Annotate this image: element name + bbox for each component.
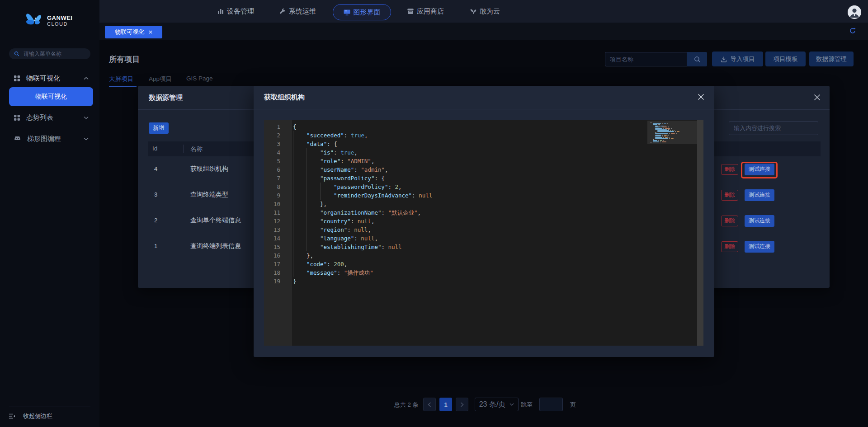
- page-number-current[interactable]: 1: [439, 398, 452, 411]
- delete-button[interactable]: 删除: [721, 241, 738, 252]
- line-number-gutter: 12345678910111213141516171819: [264, 120, 292, 346]
- active-tab-underline: [109, 86, 137, 87]
- minimap-content: [647, 121, 697, 144]
- code-lines: {"succeeded": true,"data": {"is": true,"…: [293, 122, 645, 286]
- tab-app-projects[interactable]: App项目: [149, 75, 172, 83]
- add-datasource-button[interactable]: 新增: [149, 122, 169, 134]
- topnav-item-system-ops[interactable]: 系统运维: [279, 0, 316, 23]
- close-icon[interactable]: [698, 94, 704, 100]
- chevron-down-icon: [84, 116, 89, 119]
- row-actions: 删除 测试连接: [721, 208, 825, 234]
- plc-icon: [14, 136, 21, 141]
- code-modal-title: 获取组织机构: [264, 93, 305, 102]
- page-title: 所有项目: [109, 54, 140, 65]
- page-size-select[interactable]: 23 条/页: [475, 398, 519, 411]
- sidebar-group-ladder-programming[interactable]: 梯形图编程: [0, 132, 99, 145]
- grid-icon: [14, 75, 20, 81]
- refresh-icon[interactable]: [849, 28, 856, 34]
- datasource-modal-title: 数据源管理: [149, 94, 183, 102]
- collapse-sidebar-button[interactable]: 收起侧边栏: [9, 412, 52, 420]
- page-unit-label: 页: [570, 401, 576, 414]
- project-search-input[interactable]: [605, 56, 683, 63]
- sidebar-group-label: 梯形图编程: [27, 135, 61, 143]
- store-icon: [407, 8, 414, 14]
- topnav-item-devices[interactable]: 设备管理: [217, 0, 254, 23]
- jump-page-input[interactable]: [539, 398, 563, 411]
- user-avatar[interactable]: [848, 5, 861, 19]
- organization-response-modal: 获取组织机构 12345678910111213141516171819 {"s…: [254, 86, 714, 357]
- gutter-numbers: 12345678910111213141516171819: [264, 120, 292, 286]
- datasource-search[interactable]: [729, 122, 818, 135]
- row-actions: 删除 测试连接: [721, 182, 825, 208]
- column-divider: [183, 145, 184, 153]
- search-icon: [694, 56, 701, 63]
- chevron-down-icon: [509, 403, 514, 406]
- row-actions-column: 删除 测试连接 删除 测试连接 删除 测试连接 删除 测试连接: [721, 156, 825, 259]
- tab-gis-page[interactable]: GIS Page: [186, 75, 213, 82]
- datasource-search-input[interactable]: [729, 122, 815, 131]
- monitor-icon: [344, 9, 350, 15]
- test-connection-button[interactable]: 测试连接: [745, 164, 774, 175]
- row-actions: 删除 测试连接: [721, 156, 825, 182]
- brand-logo: GANWEI CLOUD: [25, 11, 72, 29]
- row-actions: 删除 测试连接: [721, 234, 825, 259]
- sidebar-divider: [9, 407, 90, 407]
- delete-button[interactable]: 删除: [721, 190, 738, 201]
- import-project-button[interactable]: 导入项目: [712, 52, 763, 66]
- column-name: 名称: [190, 145, 203, 153]
- app-root: GANWEI CLOUD 物联可视化 物联可视化: [0, 0, 868, 427]
- test-connection-button[interactable]: 测试连接: [745, 189, 774, 201]
- project-template-button[interactable]: 项目模板: [765, 52, 806, 66]
- sidebar-item-iot-visualization[interactable]: 物联可视化: [9, 87, 93, 106]
- sidebar-group-iot[interactable]: 物联可视化: [0, 71, 99, 85]
- topnav-item-graphic-interface[interactable]: 图形界面: [333, 4, 391, 20]
- menu-search-input[interactable]: [23, 50, 83, 57]
- chevron-up-icon: [84, 77, 89, 80]
- sidebar-group-situation-list[interactable]: 态势列表: [0, 111, 99, 124]
- prev-page-button[interactable]: [423, 398, 436, 411]
- jump-to-label: 跳至: [521, 401, 533, 414]
- editor-scrollbar[interactable]: [697, 120, 703, 346]
- wrench-icon: [279, 8, 286, 14]
- sidebar: GANWEI CLOUD 物联可视化 物联可视化: [0, 0, 99, 427]
- project-search-button[interactable]: [687, 52, 707, 66]
- topnav-item-app-store[interactable]: 应用商店: [407, 0, 444, 23]
- top-navigation: 设备管理 系统运维 图形界面 应用商店 敢为云: [99, 0, 868, 23]
- sidebar-group-label: 物联可视化: [26, 74, 60, 83]
- test-connection-button[interactable]: 测试连接: [745, 241, 774, 253]
- butterfly-logo-icon: [25, 11, 43, 29]
- column-id: Id: [152, 145, 157, 152]
- search-icon: [14, 51, 19, 56]
- tab-iot-visualization[interactable]: 物联可视化: [105, 26, 162, 38]
- test-connection-button[interactable]: 测试连接: [745, 215, 774, 227]
- grid-icon: [14, 115, 20, 121]
- code-modal-header: 获取组织机构: [254, 86, 714, 109]
- collapse-icon: [9, 413, 15, 419]
- chevron-down-icon: [84, 137, 89, 141]
- sidebar-group-label: 态势列表: [26, 113, 53, 122]
- download-icon: [721, 56, 727, 62]
- close-icon[interactable]: [814, 94, 821, 101]
- minimap[interactable]: [647, 121, 697, 144]
- close-icon[interactable]: [149, 30, 152, 34]
- menu-search[interactable]: [9, 48, 90, 59]
- next-page-button[interactable]: [456, 398, 468, 411]
- brand-name: GANWEI: [47, 14, 72, 21]
- device-icon: [217, 8, 224, 14]
- pagination-total: 总共 2 条: [394, 401, 418, 414]
- workspace-tabbar: 物联可视化: [99, 23, 868, 40]
- delete-button[interactable]: 删除: [721, 216, 738, 226]
- tab-screen-projects[interactable]: 大屏项目: [109, 75, 133, 83]
- json-code-editor[interactable]: 12345678910111213141516171819 {"succeede…: [264, 120, 703, 346]
- topnav-item-ganwei-cloud[interactable]: 敢为云: [470, 0, 500, 23]
- project-search[interactable]: [605, 52, 687, 66]
- datasource-manage-button[interactable]: 数据源管理: [809, 52, 854, 66]
- brand-sub: CLOUD: [47, 21, 72, 27]
- delete-button[interactable]: 删除: [721, 164, 738, 175]
- butterfly-icon: [470, 9, 476, 14]
